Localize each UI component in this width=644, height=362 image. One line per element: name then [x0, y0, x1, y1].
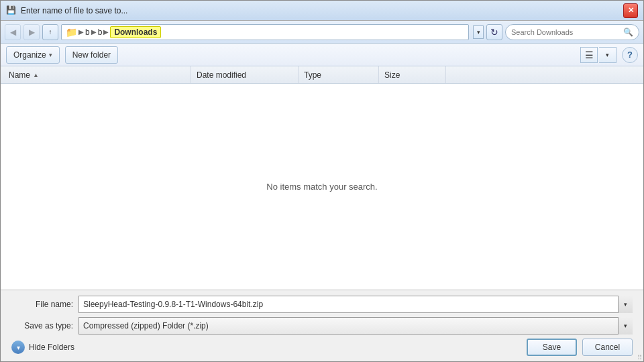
save-as-select-wrap: Compressed (zipped) Folder (*.zip) ▾	[78, 317, 633, 335]
empty-message: No items match your search.	[1, 84, 643, 290]
toolbar: Organize ▾ New folder ☰ ▾ ?	[1, 44, 643, 66]
save-as-select[interactable]: Compressed (zipped) Folder (*.zip)	[78, 317, 633, 335]
col-size[interactable]: Size	[379, 66, 446, 83]
col-name[interactable]: Name ▲	[3, 66, 191, 83]
file-name-label: File name:	[11, 300, 78, 309]
search-icon: 🔍	[623, 27, 633, 37]
save-as-label: Save as type:	[11, 321, 78, 330]
forward-button[interactable]: ▶	[23, 24, 40, 40]
breadcrumb-root: 📁	[66, 27, 77, 38]
view-dropdown-button[interactable]: ▾	[599, 47, 616, 63]
col-date[interactable]: Date modified	[191, 66, 299, 83]
breadcrumb-current[interactable]: Downloads	[110, 26, 161, 38]
save-dialog: 💾 Enter name of file to save to... ✕ ◀ ▶…	[0, 0, 644, 362]
file-name-row: File name: ▾	[11, 296, 633, 313]
help-button[interactable]: ?	[622, 47, 638, 63]
footer: File name: ▾ Save as type: Compressed (z…	[1, 290, 643, 361]
organize-button[interactable]: Organize ▾	[6, 46, 60, 64]
column-headers: Name ▲ Date modified Type Size	[1, 66, 643, 84]
footer-buttons: Save Cancel	[527, 339, 633, 356]
file-name-input-wrap: ▾	[78, 296, 633, 313]
view-list-button[interactable]: ☰	[580, 47, 598, 63]
back-button[interactable]: ◀	[5, 24, 21, 40]
resize-handle[interactable]: ⠿	[635, 353, 643, 361]
search-bar[interactable]: 🔍	[505, 24, 639, 40]
save-button[interactable]: Save	[527, 339, 577, 356]
content-area: Name ▲ Date modified Type Size No items …	[1, 66, 643, 290]
file-name-input[interactable]	[78, 296, 633, 313]
cancel-button[interactable]: Cancel	[582, 339, 633, 356]
breadcrumb-sep-2: ▶	[91, 28, 97, 36]
dialog-icon: 💾	[6, 5, 17, 16]
breadcrumb-b2[interactable]: b	[98, 27, 103, 37]
breadcrumb-sep-3: ▶	[103, 28, 109, 36]
title-bar: 💾 Enter name of file to save to... ✕	[1, 1, 643, 21]
footer-bottom: ▾ Hide Folders Save Cancel	[11, 339, 633, 356]
search-input[interactable]	[511, 28, 621, 36]
title-bar-text: Enter name of file to save to...	[21, 6, 623, 15]
hide-folders-button[interactable]: ▾ Hide Folders	[11, 341, 74, 354]
breadcrumb-sep-1: ▶	[78, 28, 84, 36]
new-folder-button[interactable]: New folder	[65, 46, 118, 64]
nav-bar: ◀ ▶ ↑ 📁 ▶ b ▶ b ▶ Downloads ▾ ↻ 🔍	[1, 21, 643, 44]
breadcrumb-b1[interactable]: b	[85, 27, 90, 37]
close-button[interactable]: ✕	[623, 3, 638, 18]
save-as-row: Save as type: Compressed (zipped) Folder…	[11, 317, 633, 335]
refresh-button[interactable]: ↻	[486, 24, 502, 40]
col-sort-arrow: ▲	[33, 72, 39, 78]
up-button[interactable]: ↑	[42, 24, 58, 40]
breadcrumb-bar[interactable]: 📁 ▶ b ▶ b ▶ Downloads	[61, 24, 469, 40]
organize-dropdown-arrow: ▾	[49, 52, 52, 58]
col-type[interactable]: Type	[299, 66, 379, 83]
file-list[interactable]: No items match your search.	[1, 84, 643, 290]
file-name-dropdown[interactable]: ▾	[618, 296, 633, 313]
hide-folders-icon: ▾	[11, 341, 25, 354]
view-toggle: ☰ ▾	[580, 47, 616, 63]
breadcrumb-dropdown[interactable]: ▾	[473, 25, 484, 39]
